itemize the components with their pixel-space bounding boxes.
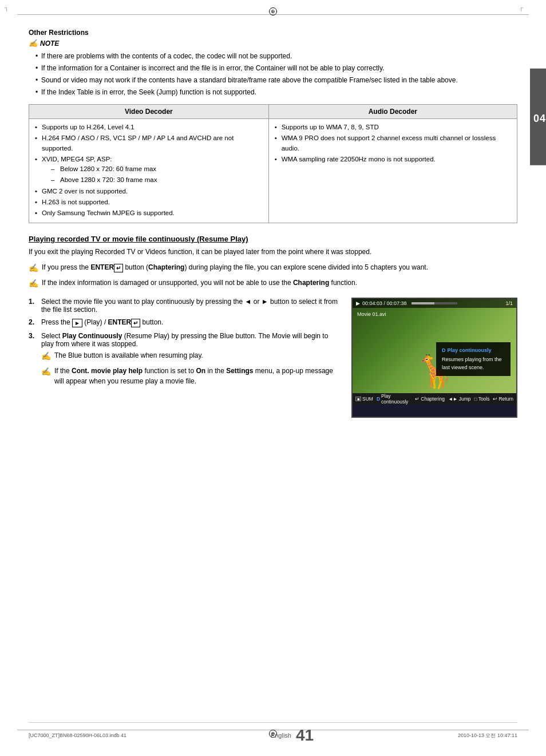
step-1-number: 1. [29,298,38,314]
progress-bar [412,302,457,304]
step-2-text: Press the ► (Play) / ENTER↵ button. [41,318,163,327]
video-sub-item-1: Below 1280 x 720: 60 frame max [51,164,263,174]
audio-item-1: Supports up to WMA 7, 8, 9, STD [275,122,511,132]
note-2-text: If the index information is damaged or u… [42,278,357,288]
footer-page-number: 41 [296,726,314,745]
video-top-bar: ▶ 00:04:03 / 00:07:38 1/1 [353,299,516,308]
resume-play-heading: Playing recorded TV or movie file contin… [29,235,517,243]
video-area: ▶ 00:04:03 / 00:07:38 1/1 � [353,299,516,393]
video-item-4: GMC 2 over is not supported. [35,187,263,196]
other-restrictions-section: Other Restrictions ✍ NOTE If there are p… [29,29,517,97]
tv-bottom-bar: ■ SUM D Play continuously ↵ Chaptering [353,393,516,405]
video-decoder-header: Video Decoder [29,105,269,119]
tv-screenshot-column: ▶ 00:04:03 / 00:07:38 1/1 � [351,298,517,418]
note-symbol-2: ✍ [29,278,38,290]
footer-datetime: 2010-10-13 오전 10:47:11 [458,732,517,739]
step-3-note-2-text: If the Cont. movie play help function is… [54,366,340,386]
note-symbol-1: ✍ [29,262,38,274]
steps-column: 1. Select the movie file you want to pla… [29,298,340,389]
bottom-tools: □ Tools [474,396,490,402]
step-3: 3. Select Play Continuously (Resume Play… [29,332,340,390]
audio-item-3: WMA sampling rate 22050Hz mono is not su… [275,155,511,164]
top-compass-mark: ⊕ [268,7,278,15]
note-label: NOTE [40,39,59,48]
restriction-item-3: Sound or video may not work if the conte… [35,75,517,85]
bottom-chaptering: ↵ Chaptering [415,396,445,402]
step-1-text: Select the movie file you want to play c… [41,298,340,314]
step-2-number: 2. [29,318,38,327]
corner-mark-tl: ┐ [5,5,9,11]
page-indicator: 1/1 [505,300,513,306]
video-decoder-cell: Supports up to H.264, Level 4.1 H.264 FM… [29,119,269,223]
page-footer: [UC7000_ZT]BN68-02590H-06L03.indb 41 Eng… [29,722,517,745]
video-decoder-list: Supports up to H.264, Level 4.1 H.264 FM… [35,122,263,218]
bottom-jump: ◄► Jump [448,396,471,402]
corner-mark-tr: ┌ [519,5,523,11]
audio-decoder-cell: Supports up to WMA 7, 8, 9, STD WMA 9 PR… [268,119,517,223]
page-container: ⊕ ┐ ┌ 04 Advanced Features Other Restric… [0,0,546,756]
restriction-item-2: If the information for a Container is in… [35,63,517,73]
video-controls: ▶ 00:04:03 / 00:07:38 [356,300,460,306]
jump-icon: ◄► [448,396,458,402]
tools-icon: □ [474,396,477,402]
restrictions-list: If there are problems with the contents … [29,51,517,97]
return-label: Return [498,396,513,402]
steps-and-screenshot: 1. Select the movie file you want to pla… [29,298,517,418]
chaptering-label: Chaptering [421,396,445,402]
codec-table: Video Decoder Audio Decoder Supports up … [29,104,517,223]
other-restrictions-heading: Other Restrictions [29,29,517,37]
play-icon: ▶ [356,300,360,306]
resume-play-section: Playing recorded TV or movie file contin… [29,235,517,418]
filename-label: Movie 01.avi [357,311,386,317]
audio-item-2: WMA 9 PRO does not support 2 channel exc… [275,133,511,153]
video-item-5: H.263 is not supported. [35,197,263,207]
tools-label: Tools [478,396,490,402]
step-3-note-1-text: The Blue button is available when resumi… [54,350,203,361]
step-3-note-1: ✍ The Blue button is available when resu… [41,350,340,362]
chapter-side-tab: 04 Advanced Features [530,69,546,165]
audio-decoder-list: Supports up to WMA 7, 8, 9, STD WMA 9 PR… [275,122,511,164]
footer-language: English [271,732,291,739]
restriction-item-1: If there are problems with the contents … [35,51,517,61]
audio-decoder-header: Audio Decoder [268,105,517,119]
video-item-1: Supports up to H.264, Level 4.1 [35,122,263,132]
bottom-play-cont: D Play continuously [377,393,412,405]
resume-note-1: ✍ If you press the ENTER↵ button (Chapte… [29,262,517,274]
restriction-item-4: If the Index Table is in error, the Seek… [35,87,517,97]
footer-page: English 41 [271,726,314,745]
sum-icon: ■ [355,397,361,401]
bottom-sum: ■ SUM [355,396,373,402]
play-popup: D Play continuously Resumes playing from… [436,342,511,377]
sum-label: SUM [362,396,373,402]
popup-text: Resumes playing from the last viewed sce… [442,356,505,371]
video-item-6: Only Samsung Techwin MJPEG is supported. [35,208,263,218]
time-display: 00:04:03 / 00:07:38 [362,300,407,306]
note-symbol-4: ✍ [41,366,51,378]
tv-screenshot: ▶ 00:04:03 / 00:07:38 1/1 � [351,298,517,418]
note-symbol-3: ✍ [41,350,51,362]
tv-content: ▶ 00:04:03 / 00:07:38 1/1 � [353,299,516,417]
enter-icon: ↵ [415,396,420,402]
step-2: 2. Press the ► (Play) / ENTER↵ button. [29,318,340,327]
play-cont-label: Play continuously [381,393,412,405]
note-1-text: If you press the ENTER↵ button (Chapteri… [42,262,428,272]
resume-note-2: ✍ If the index information is damaged or… [29,278,517,290]
resume-play-description: If you exit the playing Recorded TV or V… [29,247,517,258]
step-3-note-2: ✍ If the Cont. movie play help function … [41,366,340,386]
step-3-content: Select Play Continuously (Resume Play) b… [41,332,340,390]
video-item-3: XVID, MPEG4 SP, ASP: Below 1280 x 720: 6… [35,155,263,185]
footer-filename: [UC7000_ZT]BN68-02590H-06L03.indb 41 [29,733,126,738]
step-1: 1. Select the movie file you want to pla… [29,298,340,314]
note-heading: ✍ NOTE [29,39,517,48]
popup-title: D Play continuously [442,347,505,355]
bottom-return: ↩ Return [493,396,513,402]
step-3-main-text: Select Play Continuously (Resume Play) b… [41,332,340,348]
main-content: Other Restrictions ✍ NOTE If there are p… [29,23,517,418]
chapter-number: 04 [533,113,546,125]
popup-d-icon: D [442,347,446,355]
d-icon: D [377,396,380,402]
video-item-2: H.264 FMO / ASO / RS, VC1 SP / MP / AP L… [35,133,263,153]
jump-label: Jump [459,396,471,402]
return-icon: ↩ [493,396,497,402]
note-pen-icon: ✍ [29,39,38,48]
